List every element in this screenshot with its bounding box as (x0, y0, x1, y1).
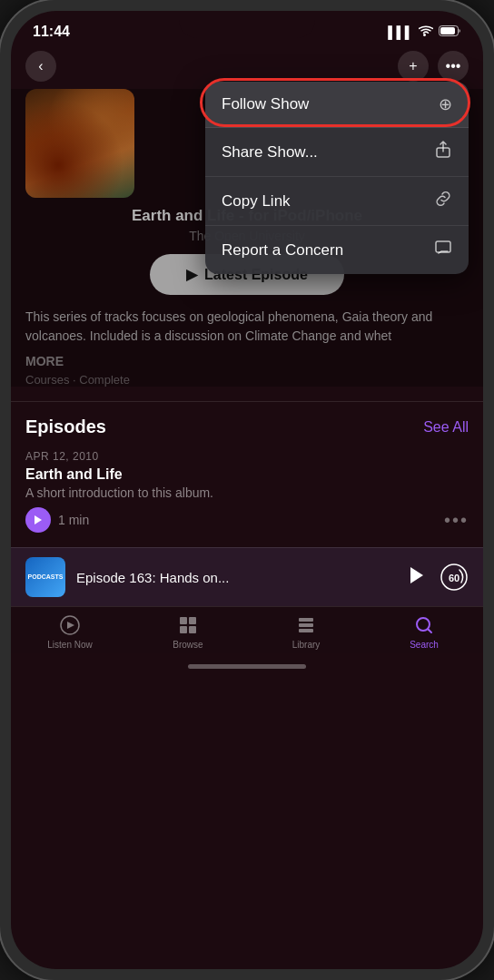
share-show-item[interactable]: Share Show... (205, 128, 469, 177)
duration-text: 1 min (58, 513, 89, 527)
copy-link-label: Copy Link (222, 192, 291, 211)
context-menu: Follow Show ⊕ Share Show... Copy Link (205, 82, 469, 274)
svg-rect-13 (299, 629, 313, 632)
svg-rect-7 (180, 617, 187, 624)
mini-artwork-visual: PODCASTS (25, 557, 65, 597)
report-icon (434, 239, 452, 261)
svg-rect-12 (299, 623, 313, 627)
report-concern-item[interactable]: Report a Concern (205, 226, 469, 274)
episodes-section-title: Episodes (25, 416, 106, 437)
svg-rect-9 (180, 626, 187, 633)
play-duration: 1 min (25, 507, 89, 533)
follow-icon: ⊕ (439, 94, 452, 114)
browse-icon (177, 614, 199, 636)
follow-show-item[interactable]: Follow Show ⊕ (205, 82, 469, 128)
mini-skip-button[interactable]: 60 (440, 563, 469, 592)
episode-date: APR 12, 2010 (25, 450, 469, 463)
notch (179, 11, 315, 38)
share-show-label: Share Show... (222, 143, 318, 162)
back-button[interactable]: ‹ (25, 51, 56, 82)
status-time: 11:44 (33, 24, 70, 40)
episode-more-button[interactable]: ••• (444, 510, 469, 531)
phone-frame: 11:44 ▌▌▌ (0, 0, 494, 980)
signal-icon: ▌▌▌ (388, 25, 413, 39)
episodes-section: Episodes See All APR 12, 2010 Earth and … (11, 416, 483, 533)
back-icon: ‹ (38, 58, 43, 74)
svg-rect-10 (189, 626, 196, 633)
report-concern-label: Report a Concern (222, 241, 343, 260)
tab-library-label: Library (292, 640, 321, 650)
section-divider (11, 401, 483, 402)
episode-item: APR 12, 2010 Earth and Life A short intr… (25, 450, 469, 533)
episode-title: Earth and Life (25, 466, 469, 483)
play-button[interactable] (25, 507, 51, 533)
mini-play-button[interactable] (409, 566, 425, 589)
tab-browse-label: Browse (173, 640, 203, 650)
mini-player[interactable]: PODCASTS Episode 163: Hands on... 60 (11, 547, 483, 606)
tab-bar: Listen Now Browse Library (11, 606, 483, 653)
plus-icon: + (409, 58, 417, 74)
tab-browse[interactable]: Browse (129, 614, 247, 650)
episodes-header: Episodes See All (25, 416, 469, 437)
tab-listen-now[interactable]: Listen Now (11, 614, 129, 650)
mini-player-controls: 60 (409, 563, 469, 592)
svg-rect-8 (189, 617, 196, 624)
home-indicator (11, 653, 483, 679)
link-icon (434, 190, 452, 212)
mini-artwork-label: PODCASTS (28, 573, 64, 581)
tab-search[interactable]: Search (365, 614, 483, 650)
tab-search-label: Search (410, 640, 439, 650)
svg-rect-11 (299, 618, 313, 622)
follow-show-label: Follow Show (222, 95, 309, 113)
home-bar (188, 664, 306, 669)
mini-player-title: Episode 163: Hands on... (76, 570, 398, 585)
see-all-button[interactable]: See All (423, 419, 469, 436)
library-icon (295, 614, 317, 636)
phone-screen: 11:44 ▌▌▌ (11, 11, 483, 969)
svg-text:60: 60 (449, 573, 459, 583)
search-icon (413, 614, 435, 636)
mini-player-artwork: PODCASTS (25, 557, 65, 597)
episode-controls: 1 min ••• (25, 507, 469, 533)
more-icon: ••• (446, 58, 461, 74)
share-icon (434, 141, 452, 163)
nav-right-actions: + ••• (398, 51, 469, 82)
copy-link-item[interactable]: Copy Link (205, 177, 469, 226)
episode-subtitle: A short introduction to this album. (25, 485, 469, 500)
svg-rect-3 (436, 241, 450, 252)
battery-icon (439, 25, 461, 39)
wifi-icon (419, 25, 433, 39)
add-button[interactable]: + (398, 51, 429, 82)
tab-library[interactable]: Library (247, 614, 365, 650)
main-content: Follow Show ⊕ Share Show... Copy Link (11, 89, 483, 387)
svg-rect-1 (440, 27, 455, 34)
status-icons: ▌▌▌ (388, 25, 461, 39)
more-button[interactable]: ••• (438, 51, 469, 82)
listen-now-icon (59, 614, 81, 636)
tab-listen-now-label: Listen Now (47, 640, 92, 650)
